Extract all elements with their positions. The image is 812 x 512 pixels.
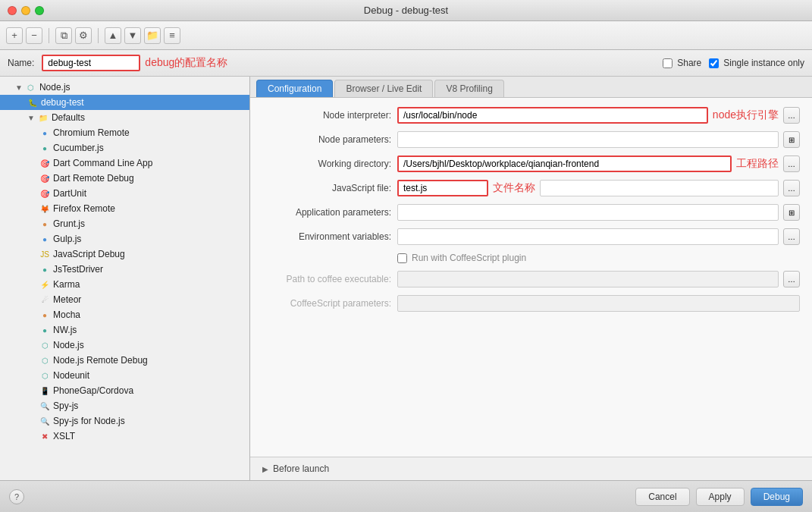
- share-label: Share: [677, 58, 701, 68]
- settings-button[interactable]: ⚙: [75, 27, 92, 44]
- sidebar-item-gulp[interactable]: ● Gulp.js: [0, 231, 249, 247]
- help-button[interactable]: ?: [9, 489, 24, 504]
- coffee-params-input[interactable]: [397, 295, 800, 312]
- sidebar-item-js-debug[interactable]: JS JavaScript Debug: [0, 247, 249, 262]
- sidebar-item-label: DartUnit: [53, 188, 86, 199]
- config-header: Name: debug的配置名称 Share Single instance o…: [0, 50, 812, 77]
- single-instance-checkbox[interactable]: [709, 58, 719, 68]
- sidebar-item-label: Spy-js: [53, 400, 78, 411]
- sidebar-item-spyjs-node[interactable]: 🔍 Spy-js for Node.js: [0, 413, 249, 429]
- sidebar-item-nodejs-root[interactable]: ▼ ⬡ Node.js: [0, 80, 249, 95]
- sidebar-item-xslt[interactable]: ✖ XSLT: [0, 429, 249, 444]
- tab-v8-profiling[interactable]: V8 Profiling: [434, 80, 503, 97]
- move-up-button[interactable]: ▲: [105, 27, 121, 44]
- sidebar-item-nodejs[interactable]: ⬡ Node.js: [0, 338, 249, 353]
- remove-button[interactable]: −: [26, 27, 42, 44]
- sidebar-item-label: Spy-js for Node.js: [53, 416, 125, 426]
- working-directory-input[interactable]: [397, 155, 732, 172]
- form-area: Node interpreter: node执行引擎 … Node parame…: [250, 98, 812, 457]
- env-variables-input[interactable]: [397, 228, 779, 245]
- defaults-icon: 📁: [38, 112, 49, 123]
- debug-button[interactable]: Debug: [751, 488, 803, 506]
- node-interpreter-browse-btn[interactable]: …: [783, 107, 800, 124]
- coffeescript-checkbox[interactable]: [397, 253, 407, 263]
- chromium-icon: ●: [39, 127, 50, 138]
- javascript-file-input[interactable]: [397, 180, 488, 196]
- sidebar-item-jstestdriver[interactable]: ● JsTestDriver: [0, 262, 249, 277]
- sidebar-item-nwjs[interactable]: ● NW.js: [0, 322, 249, 338]
- javascript-file-annotation: 文件名称: [493, 181, 535, 195]
- node-parameters-input-group: ⊞: [397, 131, 800, 148]
- sidebar-item-spyjs[interactable]: 🔍 Spy-js: [0, 398, 249, 413]
- copy-button[interactable]: ⧉: [55, 27, 72, 44]
- node-interpreter-annotation: node执行引擎: [713, 108, 779, 122]
- cucumber-icon: ●: [39, 143, 50, 153]
- env-variables-browse-btn[interactable]: …: [783, 228, 800, 245]
- name-input[interactable]: [42, 55, 140, 71]
- app-parameters-browse-btn[interactable]: ⊞: [783, 204, 800, 221]
- sidebar-item-nodeunit[interactable]: ⬡ Nodeunit: [0, 368, 249, 383]
- nodejs-icon: ⬡: [39, 340, 50, 350]
- add-button[interactable]: +: [6, 27, 23, 44]
- sidebar-item-label: Dart Remote Debug: [53, 173, 134, 184]
- coffee-params-row: CoffeeScript parameters:: [262, 295, 800, 312]
- node-parameters-input[interactable]: [397, 131, 779, 148]
- node-interpreter-input-group: node执行引擎 …: [397, 107, 800, 124]
- mocha-icon: ●: [39, 309, 50, 320]
- close-button[interactable]: [8, 6, 17, 15]
- node-interpreter-row: Node interpreter: node执行引擎 …: [262, 107, 800, 124]
- sidebar-item-chromium-remote[interactable]: ● Chromium Remote: [0, 125, 249, 140]
- node-parameters-label: Node parameters:: [262, 134, 391, 145]
- maximize-button[interactable]: [35, 6, 44, 15]
- node-parameters-browse-btn[interactable]: ⊞: [783, 131, 800, 148]
- javascript-file-browse-btn[interactable]: …: [783, 180, 800, 196]
- meteor-icon: ☄: [39, 294, 50, 305]
- app-parameters-label: Application parameters:: [262, 207, 391, 218]
- title-bar: Debug - debug-test: [0, 0, 812, 21]
- coffee-path-label: Path to coffee executable:: [262, 274, 391, 284]
- name-annotation: debug的配置名称: [145, 56, 227, 70]
- sidebar-item-cucumber[interactable]: ● Cucumber.js: [0, 140, 249, 155]
- sidebar-item-dart-remote[interactable]: 🎯 Dart Remote Debug: [0, 171, 249, 186]
- sidebar-item-dart-cli[interactable]: 🎯 Dart Command Line App: [0, 155, 249, 171]
- sidebar-item-label: Mocha: [53, 309, 80, 320]
- coffee-path-browse-btn[interactable]: …: [783, 271, 800, 287]
- tab-browser-live-edit[interactable]: Browser / Live Edit: [334, 80, 433, 97]
- sidebar-item-label: Nodeunit: [53, 370, 89, 381]
- nodejs-icon: ⬡: [26, 82, 36, 93]
- sidebar-item-karma[interactable]: ⚡ Karma: [0, 277, 249, 292]
- sort-button[interactable]: ≡: [164, 27, 180, 44]
- coffee-path-input[interactable]: [397, 271, 779, 287]
- working-directory-browse-btn[interactable]: …: [783, 155, 800, 172]
- working-directory-annotation: 工程路径: [736, 157, 779, 171]
- sidebar-item-debug-test[interactable]: 🐛 debug-test: [0, 95, 249, 110]
- sidebar-item-label: JavaScript Debug: [53, 249, 125, 259]
- coffeescript-checkbox-row: Run with CoffeeScript plugin: [262, 253, 800, 263]
- toolbar: + − ⧉ ⚙ ▲ ▼ 📁 ≡: [0, 21, 812, 50]
- share-checkbox-group: Share: [663, 58, 701, 68]
- folder-button[interactable]: 📁: [144, 27, 161, 44]
- sidebar-item-dartunit[interactable]: 🎯 DartUnit: [0, 186, 249, 201]
- node-interpreter-input[interactable]: [397, 107, 708, 124]
- javascript-file-full-input[interactable]: [540, 180, 779, 196]
- move-down-button[interactable]: ▼: [124, 27, 141, 44]
- sidebar-item-grunt[interactable]: ● Grunt.js: [0, 216, 249, 231]
- sidebar-item-mocha[interactable]: ● Mocha: [0, 307, 249, 322]
- share-checkbox[interactable]: [663, 58, 672, 68]
- apply-button[interactable]: Apply: [696, 488, 745, 506]
- sidebar-item-label: Chromium Remote: [53, 127, 130, 138]
- tab-configuration[interactable]: Configuration: [256, 80, 333, 97]
- app-parameters-input[interactable]: [397, 204, 779, 221]
- sidebar-item-label: Defaults: [52, 112, 85, 123]
- dartunit-icon: 🎯: [39, 188, 50, 199]
- working-directory-input-group: 工程路径 …: [397, 155, 800, 172]
- sidebar-item-defaults[interactable]: ▼ 📁 Defaults: [0, 110, 249, 125]
- sidebar-item-meteor[interactable]: ☄ Meteor: [0, 292, 249, 307]
- sidebar-item-nodejs-remote[interactable]: ⬡ Node.js Remote Debug: [0, 353, 249, 368]
- sidebar-item-phonegap[interactable]: 📱 PhoneGap/Cordova: [0, 383, 249, 398]
- minimize-button[interactable]: [21, 6, 30, 15]
- sidebar-item-firefox[interactable]: 🦊 Firefox Remote: [0, 201, 249, 216]
- cancel-button[interactable]: Cancel: [635, 488, 689, 506]
- bottom-buttons: Cancel Apply Debug: [635, 488, 803, 506]
- single-instance-label: Single instance only: [723, 58, 804, 68]
